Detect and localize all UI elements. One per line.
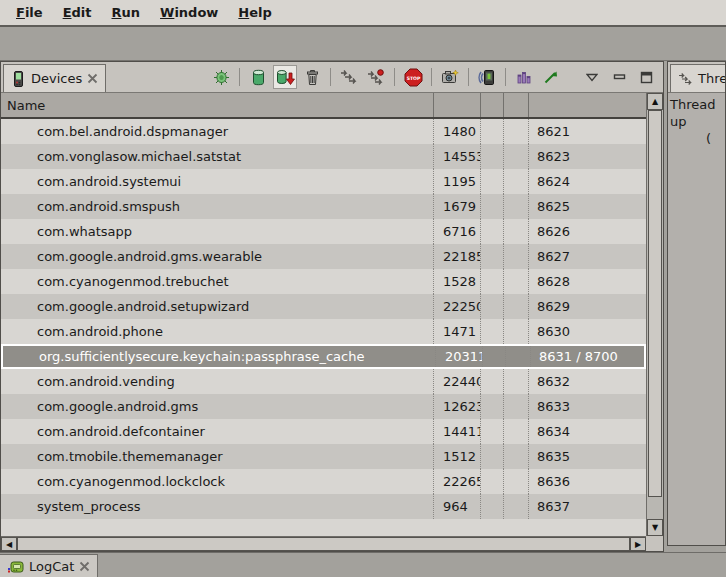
table-row[interactable]: com.tmobile.thememanager 1512 8635 <box>1 444 646 469</box>
method-profiling-icon[interactable] <box>364 65 388 89</box>
toolbar-separator <box>239 68 240 86</box>
close-icon[interactable] <box>87 73 98 84</box>
table-row[interactable]: com.google.android.gms 12623 8633 <box>1 394 646 419</box>
blank-cell <box>481 419 504 444</box>
maximize-icon[interactable] <box>634 65 658 89</box>
blank-cell <box>504 444 529 469</box>
update-heap-icon[interactable] <box>246 65 270 89</box>
table-row[interactable]: com.android.defcontainer 14411 8634 <box>1 419 646 444</box>
process-port-cell: 8634 <box>529 419 646 444</box>
dump-hprof-icon[interactable] <box>273 65 297 89</box>
threads-message-line2: ( <box>706 130 723 147</box>
table-row[interactable]: com.bel.android.dspmanager 1480 8621 <box>1 119 646 144</box>
tab-logcat[interactable]: LogCat <box>0 554 98 577</box>
table-row[interactable]: com.android.vending 22440 8632 <box>1 369 646 394</box>
table-row[interactable]: com.android.systemui 1195 8624 <box>1 169 646 194</box>
close-icon[interactable] <box>79 561 90 572</box>
menu-item-file[interactable]: File <box>6 2 53 23</box>
table-row[interactable]: com.android.smspush 1679 8625 <box>1 194 646 219</box>
sysinfo-icon[interactable] <box>512 65 536 89</box>
tab-devices[interactable]: Devices <box>3 64 106 92</box>
column-header-port[interactable] <box>529 93 646 117</box>
process-name-cell: com.android.systemui <box>1 169 434 194</box>
phone-icon <box>11 71 26 87</box>
process-name-cell: com.android.defcontainer <box>1 419 434 444</box>
process-name-cell: com.android.smspush <box>1 194 434 219</box>
process-port-cell: 8629 <box>529 294 646 319</box>
process-name-cell: com.google.android.gms.wearable <box>1 244 434 269</box>
scroll-down-arrow-icon[interactable]: ▼ <box>647 519 663 536</box>
process-name-cell: com.cyanogenmod.lockclock <box>1 469 434 494</box>
vertical-scrollbar[interactable]: ▲ ▼ <box>646 93 663 536</box>
screen-record-icon[interactable] <box>475 65 499 89</box>
menu-item-edit[interactable]: Edit <box>53 2 102 23</box>
blank-cell <box>504 144 529 169</box>
table-row[interactable]: com.cyanogenmod.lockclock 22265 8636 <box>1 469 646 494</box>
update-threads-icon[interactable] <box>337 65 361 89</box>
devices-toolbar: STOP <box>209 65 658 89</box>
blank-cell <box>504 169 529 194</box>
debug-bug-icon[interactable] <box>209 65 233 89</box>
menu-item-help[interactable]: Help <box>228 2 281 23</box>
process-pid-cell: 14553 <box>434 144 481 169</box>
process-name-cell: com.google.android.setupwizard <box>1 294 434 319</box>
blank-cell <box>481 119 504 144</box>
tab-logcat-label: LogCat <box>29 559 74 574</box>
toolbar-separator <box>505 68 506 86</box>
horizontal-scrollbar-thumb[interactable] <box>17 537 630 551</box>
column-header-blank1[interactable] <box>481 93 504 117</box>
scroll-left-arrow-icon[interactable]: ◀ <box>1 537 17 551</box>
column-header-name[interactable]: Name <box>1 93 434 117</box>
stop-process-icon[interactable]: STOP <box>401 65 425 89</box>
blank-cell <box>504 369 529 394</box>
process-port-cell: 8637 <box>529 494 646 519</box>
blank-cell <box>504 494 529 519</box>
devices-panel: Devices <box>0 61 664 552</box>
menu-item-run[interactable]: Run <box>102 2 151 23</box>
blank-cell <box>506 346 531 367</box>
scroll-up-arrow-icon[interactable]: ▲ <box>647 93 663 110</box>
table-row[interactable]: com.android.phone 1471 8630 <box>1 319 646 344</box>
table-row[interactable]: com.google.android.setupwizard 22250 862… <box>1 294 646 319</box>
minimize-icon[interactable] <box>607 65 631 89</box>
blank-cell <box>481 469 504 494</box>
process-port-cell: 8630 <box>529 319 646 344</box>
reset-adb-icon[interactable] <box>539 65 563 89</box>
table-row[interactable]: org.sufficientlysecure.keychain:passphra… <box>1 344 646 369</box>
view-menu-icon[interactable] <box>580 65 604 89</box>
vertical-scrollbar-thumb[interactable] <box>648 110 662 497</box>
cause-gc-icon[interactable] <box>300 65 324 89</box>
table-row[interactable]: system_process 964 8637 <box>1 494 646 519</box>
process-pid-cell: 1471 <box>434 319 481 344</box>
table-row[interactable]: com.cyanogenmod.trebuchet 1528 8628 <box>1 269 646 294</box>
tab-threads[interactable]: Threads <box>670 64 726 92</box>
table-row[interactable]: com.whatsapp 6716 8626 <box>1 219 646 244</box>
vertical-scrollbar-track[interactable] <box>647 497 663 519</box>
process-name-cell: com.cyanogenmod.trebuchet <box>1 269 434 294</box>
process-pid-cell: 14411 <box>434 419 481 444</box>
table-row[interactable]: com.google.android.gms.wearable 22185 86… <box>1 244 646 269</box>
table-row[interactable]: com.vonglasow.michael.satstat 14553 8623 <box>1 144 646 169</box>
process-pid-cell: 1512 <box>434 444 481 469</box>
process-pid-cell: 1195 <box>434 169 481 194</box>
column-header-blank2[interactable] <box>504 93 529 117</box>
toolbar-separator <box>394 68 395 86</box>
process-table-body: com.bel.android.dspmanager 1480 8621 com… <box>1 119 646 536</box>
column-header-pid[interactable] <box>434 93 481 117</box>
process-pid-cell: 1528 <box>434 269 481 294</box>
blank-cell <box>481 269 504 294</box>
blank-cell <box>504 194 529 219</box>
devices-tabbar: Devices <box>1 62 663 93</box>
threads-tabbar: Threads <box>668 62 725 93</box>
process-pid-cell: 22250 <box>434 294 481 319</box>
blank-cell <box>504 394 529 419</box>
screen-capture-icon[interactable] <box>438 65 462 89</box>
horizontal-scrollbar[interactable]: ◀ ▶ <box>1 536 646 551</box>
scroll-right-arrow-icon[interactable]: ▶ <box>630 537 646 551</box>
threads-message-line1: Thread up <box>670 96 723 130</box>
blank-cell <box>481 194 504 219</box>
process-pid-cell: 22440 <box>434 369 481 394</box>
menu-item-window[interactable]: Window <box>150 2 228 23</box>
process-name-cell: com.vonglasow.michael.satstat <box>1 144 434 169</box>
blank-cell <box>481 369 504 394</box>
